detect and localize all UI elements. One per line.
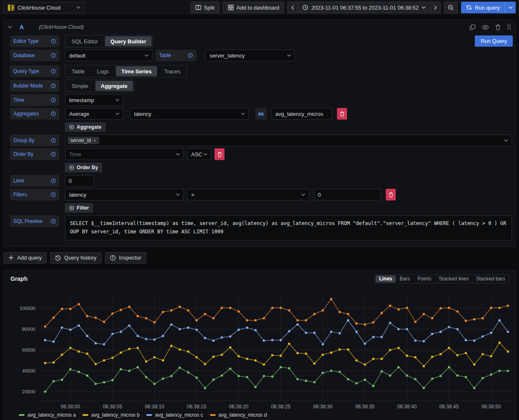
query-type-option-time-series[interactable]: Time Series [116,66,157,76]
datasource-picker[interactable]: ClickHouse Cloud [3,2,85,13]
svg-text:06:38:20: 06:38:20 [229,404,249,410]
split-button[interactable]: Split [190,2,220,13]
query-type-option-table[interactable]: Table [66,66,90,76]
sql-preview-text: SELECT $__timeInterval(timestamp) as tim… [65,215,512,240]
info-icon [188,53,193,58]
time-range-zoom-out-button[interactable] [444,2,458,13]
add-to-dashboard-button[interactable]: Add to dashboard [223,2,284,13]
info-circle-icon [110,255,116,261]
query-row-header[interactable]: A (ClickHouse Cloud) [4,20,515,34]
inspector-button[interactable]: Inspector [105,252,146,264]
clickhouse-logo-icon [8,5,14,11]
graph-mode-points[interactable]: Points [414,275,434,282]
legend-item[interactable]: avg_latency_micros c [146,412,203,418]
time-range-picker[interactable]: 2023-11-01 06:37:55 to 2023-11-01 06:38:… [297,2,430,13]
editor-run-query-button[interactable]: Run Query [475,35,513,47]
chevron-down-icon [115,112,120,115]
svg-text:06:38:00: 06:38:00 [61,404,80,410]
graph-mode-stacked-bars[interactable]: Stacked bars [473,275,509,282]
legend-item[interactable]: avg_latency_micros d [210,412,267,418]
add-query-button[interactable]: Add query [3,252,47,264]
time-column-select[interactable]: timestamp [65,94,123,106]
info-icon [51,138,56,143]
group-by-tag[interactable]: server_id× [67,137,99,144]
legend-swatch [82,414,88,416]
editor-type-label: Editor Type [10,35,59,47]
chevron-down-icon [176,193,180,196]
graph-mode-lines[interactable]: Lines [376,275,395,282]
builder-mode-option-simple[interactable]: Simple [66,81,94,91]
query-editor-panel: A (ClickHouse Cloud) Run Query Editor Ty… [3,20,516,247]
legend-label: avg_latency_micros a [27,412,76,418]
query-history-button[interactable]: Query history [50,252,101,264]
database-label: Database [10,50,59,61]
graph-mode-bars[interactable]: Bars [397,275,414,282]
builder-mode-label: Builder Mode [10,80,59,92]
info-icon [51,83,56,88]
chevron-down-icon [115,99,120,101]
order-by-field-select[interactable]: Time [65,148,184,160]
filter-operator-select[interactable]: > [187,189,309,200]
builder-mode-switcher: SimpleAggregate [65,80,134,92]
time-range-forward-button[interactable] [430,2,441,13]
time-series-chart[interactable]: 2000040000600008000010000006:38:0006:38:… [14,292,519,412]
duplicate-query-icon[interactable] [469,24,476,30]
collapse-chevron-icon[interactable] [8,26,12,28]
order-by-direction-select[interactable]: ASC [187,148,211,160]
remove-aggregate-button[interactable] [337,108,347,120]
svg-text:20000: 20000 [22,389,35,394]
filter-field-select[interactable]: latency [65,189,184,200]
legend-swatch [146,414,152,416]
run-query-button[interactable]: Run query [461,2,505,13]
editor-type-option-query-builder[interactable]: Query Builder [105,36,152,46]
time-column-label: Time [10,94,59,106]
chevron-left-icon [291,5,294,10]
legend-item[interactable]: avg_latency_micros b [82,412,140,418]
editor-type-switcher: SQL EditorQuery Builder [65,35,153,48]
remove-filter-button[interactable] [386,189,396,200]
legend-item[interactable]: avg_latency_micros a [19,412,76,418]
info-icon [51,98,56,102]
chevron-down-icon [287,54,291,57]
query-builder-form: Editor Type SQL EditorQuery Builder Data… [4,34,515,246]
add-filter-button[interactable]: Filter [65,203,93,212]
group-by-multiselect[interactable]: server_id× [65,135,512,146]
table-select[interactable]: server_latency [205,50,295,61]
query-type-option-logs[interactable]: Logs [92,66,114,76]
run-query-split-button: Run query [461,2,516,13]
aggregate-column-select[interactable]: latency [130,108,249,120]
info-icon [51,219,56,224]
run-query-dropdown-button[interactable] [505,2,516,13]
hide-response-eye-icon[interactable] [482,25,489,30]
svg-text:06:38:10: 06:38:10 [145,404,165,410]
add-order-by-button[interactable]: Order By [65,163,102,172]
editor-type-option-sql-editor[interactable]: SQL Editor [66,36,103,46]
filter-value-input[interactable] [314,189,381,200]
chevron-down-icon [145,54,149,57]
aggregate-function-select[interactable]: Average [65,108,123,120]
group-by-label: Group By [10,135,59,146]
time-range-back-button[interactable] [287,2,297,13]
database-select[interactable]: default [65,50,152,61]
graph-mode-stacked-lines[interactable]: Stacked lines [436,275,472,282]
aggregate-alias-input[interactable] [272,108,332,120]
graph-mode-switcher: LinesBarsPointsStacked linesStacked bars [375,275,509,283]
limit-input[interactable] [65,175,94,187]
plus-circle-icon [69,205,74,210]
legend-label: avg_latency_micros b [91,412,140,418]
clock-icon [302,5,308,10]
sync-icon [466,5,472,10]
filters-label: Filters [10,189,59,200]
apps-grid-icon [228,5,234,10]
remove-query-trash-icon[interactable] [495,24,501,30]
time-range-text: 2023-11-01 06:37:55 to 2023-11-01 06:38:… [311,5,419,11]
history-icon [55,255,61,261]
query-type-option-traces[interactable]: Traces [159,66,186,76]
remove-tag-icon[interactable]: × [93,138,96,143]
builder-mode-option-aggregate[interactable]: Aggregate [95,81,133,91]
add-aggregate-button[interactable]: Aggregate [65,122,105,132]
remove-order-by-button[interactable] [215,148,225,160]
svg-text:40000: 40000 [22,368,35,373]
drag-handle-grip-icon[interactable] [507,24,511,30]
as-badge: as [255,108,267,120]
